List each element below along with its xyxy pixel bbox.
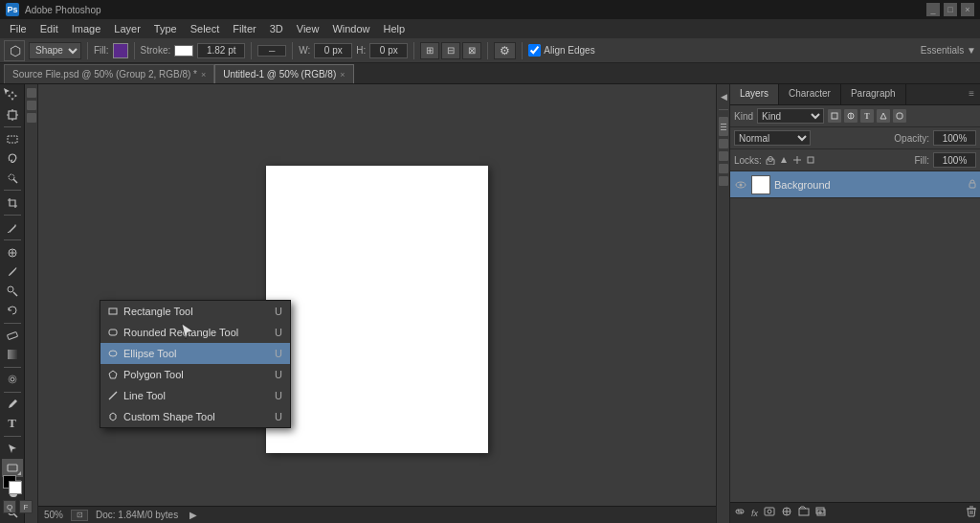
tab-source-file[interactable]: Source File.psd @ 50% (Group 2, RGB/8) *… (4, 64, 214, 83)
height-input[interactable] (369, 43, 408, 58)
lock-position-icon[interactable] (792, 155, 802, 165)
cm-polygon-tool[interactable]: Polygon Tool U (100, 364, 290, 385)
lock-transparency-icon[interactable] (766, 155, 775, 165)
quick-select-tool[interactable] (2, 169, 23, 187)
settings-button[interactable]: ⚙ (494, 42, 516, 59)
layer-kind-select[interactable]: Kind (757, 108, 824, 124)
tab-character[interactable]: Character (779, 84, 841, 104)
menu-help[interactable]: Help (378, 21, 412, 36)
close-button[interactable]: × (961, 3, 974, 16)
minimize-button[interactable]: _ (926, 3, 940, 16)
kind-shape-icon[interactable] (877, 109, 890, 123)
path-select-tool[interactable] (2, 440, 23, 458)
cm-ellipse-tool[interactable]: Ellipse Tool U (100, 343, 290, 364)
menu-edit[interactable]: Edit (34, 21, 64, 36)
opacity-input[interactable] (933, 130, 976, 146)
screen-mode-button[interactable]: F (19, 500, 33, 513)
tool-preset-button[interactable]: ⬡ (4, 40, 25, 61)
panel-menu-button[interactable]: ≡ (963, 84, 980, 104)
kind-adjustment-icon[interactable] (844, 109, 858, 123)
lasso-tool[interactable] (2, 149, 23, 168)
panel-toggle-btn-1[interactable] (27, 88, 36, 98)
layer-visibility-eye[interactable] (734, 178, 747, 192)
shape-type-select[interactable]: Shape Path Pixels (29, 42, 81, 59)
menu-filter[interactable]: Filter (227, 21, 261, 36)
svg-line-8 (8, 232, 9, 233)
add-group-btn[interactable] (798, 506, 810, 520)
cm-line-tool[interactable]: Line Tool U (100, 385, 290, 406)
menu-window[interactable]: Window (326, 21, 375, 36)
background-color[interactable] (9, 481, 22, 494)
window-controls[interactable]: _ □ × (926, 3, 974, 16)
link-layers-btn[interactable] (734, 506, 746, 520)
cm-line-icon (106, 389, 120, 402)
menu-type[interactable]: Type (148, 21, 183, 36)
cm-custom-shape-tool[interactable]: Custom Shape Tool U (100, 406, 290, 427)
align-edges-check[interactable]: Align Edges (528, 44, 594, 57)
pen-tool[interactable] (2, 396, 23, 414)
right-panel-btn-2[interactable] (719, 139, 728, 148)
tab-untitled[interactable]: Untitled-1 @ 50% (RGB/8) × (214, 64, 353, 83)
layer-background[interactable]: Background (730, 171, 980, 198)
fill-input[interactable] (933, 152, 976, 168)
canvas-rotation-indicator[interactable]: ⊡ (71, 510, 88, 521)
history-brush-tool[interactable] (2, 302, 23, 320)
tool-separator-7 (4, 392, 21, 393)
tab-layers[interactable]: Layers (730, 84, 779, 104)
fill-color-swatch[interactable] (113, 43, 128, 58)
add-layer-btn[interactable] (815, 506, 827, 520)
kind-pixel-icon[interactable] (828, 109, 841, 123)
cm-rounded-rect-tool[interactable]: Rounded Rectangle Tool U (100, 322, 290, 343)
right-panel-btn-1[interactable] (719, 117, 728, 136)
status-arrow-btn[interactable]: ▶ (189, 510, 197, 520)
align-edges-checkbox[interactable] (528, 44, 541, 57)
marquee-tool[interactable] (2, 130, 23, 148)
stroke-color-swatch[interactable] (174, 45, 193, 57)
menu-layer[interactable]: Layer (108, 21, 146, 36)
move-tool[interactable] (2, 86, 23, 104)
combine-button[interactable]: ⊟ (441, 42, 460, 59)
right-panel-btn-5[interactable] (719, 176, 728, 186)
crop-tool[interactable] (2, 193, 23, 212)
pathfinder-button[interactable]: ⊠ (462, 42, 481, 59)
heal-tool[interactable] (2, 243, 23, 262)
right-panel-btn-3[interactable] (719, 151, 728, 161)
panel-toggle-btn-2[interactable] (27, 101, 36, 110)
tab-paragraph[interactable]: Paragraph (841, 84, 906, 104)
artboard-tool[interactable] (2, 105, 23, 124)
quick-mask-button[interactable]: Q (3, 500, 16, 513)
tool-separator-8 (4, 436, 21, 437)
tab-untitled-close-icon[interactable]: × (340, 70, 345, 80)
lock-artboard-icon[interactable] (806, 155, 815, 165)
eyedropper-tool[interactable] (2, 218, 23, 237)
cm-rectangle-tool[interactable]: Rectangle Tool U (100, 301, 290, 322)
menu-image[interactable]: Image (66, 21, 107, 36)
tab-source-close-icon[interactable]: × (201, 70, 206, 80)
menu-file[interactable]: File (4, 21, 33, 36)
layer-lock-icon (969, 179, 976, 191)
blend-mode-select[interactable]: Normal Dissolve Multiply (734, 130, 811, 146)
menu-3d[interactable]: 3D (264, 21, 289, 36)
gradient-tool[interactable] (2, 346, 23, 364)
panel-toggle-btn-3[interactable] (27, 113, 36, 123)
stroke-style-button[interactable]: ─ (257, 45, 286, 57)
stroke-width-input[interactable] (197, 43, 245, 58)
eraser-tool[interactable] (2, 327, 23, 345)
kind-type-icon[interactable]: T (860, 109, 874, 123)
add-mask-btn[interactable] (764, 506, 775, 520)
add-adjustment-btn[interactable] (781, 506, 792, 520)
blur-tool[interactable] (2, 371, 23, 389)
right-panel-btn-4[interactable] (719, 164, 728, 173)
lock-pixels-icon[interactable] (779, 155, 789, 165)
align-button[interactable]: ⊞ (420, 42, 439, 59)
width-input[interactable] (314, 43, 352, 58)
maximize-button[interactable]: □ (944, 3, 957, 16)
fx-btn[interactable]: fx (751, 509, 758, 518)
menu-view[interactable]: View (291, 21, 325, 36)
clone-tool[interactable] (2, 282, 23, 300)
brush-tool[interactable] (2, 262, 23, 281)
menu-select[interactable]: Select (185, 21, 226, 36)
kind-smart-icon[interactable] (893, 109, 906, 123)
delete-layer-btn[interactable] (967, 506, 976, 520)
text-tool[interactable]: T (2, 415, 23, 433)
